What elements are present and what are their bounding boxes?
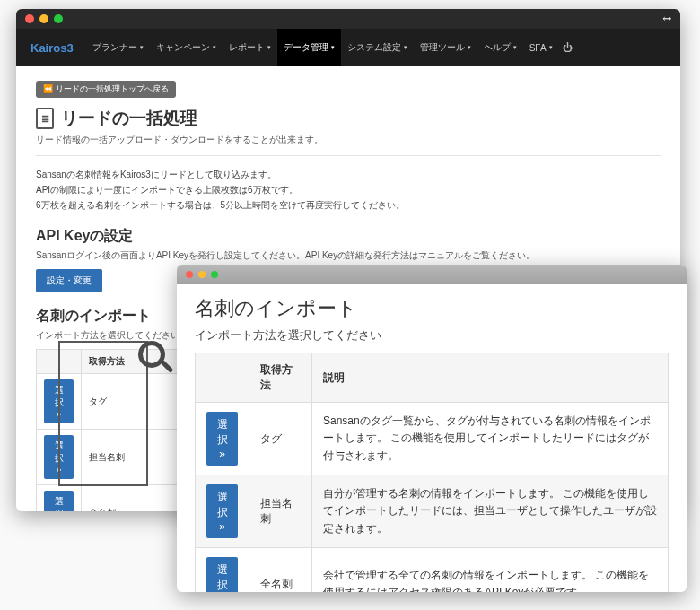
select-button-owned[interactable]: 選択 »	[44, 435, 74, 479]
top-navbar: Kairos3 プランナー▾ キャンペーン▾ レポート▾ データ管理▾ システム…	[16, 29, 680, 66]
window-controls	[25, 14, 63, 23]
nav-help[interactable]: ヘルプ▾	[477, 29, 523, 66]
caret-icon: ▾	[468, 44, 471, 51]
select-button-tag[interactable]: 選択 »	[44, 379, 74, 423]
nav-label: レポート	[229, 41, 265, 54]
nav-label: 管理ツール	[420, 41, 465, 54]
select-button-tag[interactable]: 選択 »	[206, 412, 238, 466]
th-method: 取得方法	[249, 353, 312, 403]
caret-icon: ▾	[549, 44, 553, 51]
caret-icon: ▾	[331, 44, 335, 51]
caret-icon: ▾	[513, 44, 517, 51]
desc-cell: Sansanのタグ一覧から、タグが付与されている名刺の情報をインポートします。 …	[312, 403, 669, 475]
th-blank	[37, 350, 82, 374]
power-icon[interactable]: ⏻	[563, 42, 573, 53]
document-icon: ≣	[36, 108, 54, 129]
back-link[interactable]: ⏪ リードの一括処理トップへ戻る	[36, 81, 176, 98]
zoom-body: 名刺のインポート インポート方法を選択してください 取得方法 説明 選択 » タ…	[177, 284, 687, 592]
nav-label: システム設定	[347, 41, 401, 54]
nav-campaign[interactable]: キャンペーン▾	[150, 29, 223, 66]
caret-icon: ▾	[404, 44, 407, 51]
section-apikey-desc: Sansanログイン後の画面よりAPI Keyを発行し設定してください。API …	[36, 249, 661, 262]
caret-icon: ▾	[213, 44, 216, 51]
titlebar-zoom	[177, 265, 687, 284]
th-blank	[196, 353, 249, 403]
nav-sfa[interactable]: SFA▾	[523, 29, 559, 66]
window-controls-zoom	[186, 271, 218, 278]
nav-report[interactable]: レポート▾	[223, 29, 277, 66]
page-subtitle: リード情報の一括アップロード・ダウンロードをすることが出来ます。	[36, 134, 661, 146]
maximize-dot[interactable]	[54, 14, 63, 23]
section-apikey-title: API Keyの設定	[36, 227, 661, 246]
minimize-dot[interactable]	[39, 14, 48, 23]
caret-icon: ▾	[140, 44, 144, 51]
page-title-row: ≣ リードの一括処理	[36, 107, 661, 130]
desc-line-1: Sansanの名刺情報をKairos3にリードとして取り込みます。	[36, 167, 661, 182]
nav-label: ヘルプ	[484, 41, 511, 54]
desc-line-2: APIの制限により一度にインポートできる上限枚数は6万枚です。	[36, 182, 661, 197]
desc-line-3: 6万枚を超える名刺をインポートする場合は、5分以上時間を空けて再度実行してくださ…	[36, 197, 661, 213]
apikey-configure-button[interactable]: 設定・変更	[36, 269, 102, 292]
page-title: リードの一括処理	[61, 107, 197, 130]
nav-label: キャンペーン	[156, 41, 210, 54]
close-dot[interactable]	[25, 14, 34, 23]
brand-logo[interactable]: Kairos3	[31, 41, 74, 55]
nav-planner[interactable]: プランナー▾	[86, 29, 150, 66]
maximize-dot[interactable]	[211, 271, 218, 278]
nav-data-management[interactable]: データ管理▾	[277, 29, 341, 66]
table-header-row: 取得方法 説明	[196, 353, 669, 403]
nav-label: プランナー	[92, 41, 137, 54]
desc-cell: 自分が管理する名刺の情報をインポートします。 この機能を使用してインポートしたリ…	[312, 475, 669, 548]
zoom-subtitle: インポート方法を選択してください	[195, 327, 669, 344]
table-row: 選択 » タグ Sansanのタグ一覧から、タグが付与されている名刺の情報をイン…	[196, 403, 669, 475]
expand-icon[interactable]: ⤢	[660, 12, 675, 27]
desc-cell: 会社で管理する全ての名刺の情報をインポートします。 この機能を使用するにはアクセ…	[312, 548, 669, 593]
zoom-window: 名刺のインポート インポート方法を選択してください 取得方法 説明 選択 » タ…	[177, 265, 687, 592]
divider	[36, 155, 661, 156]
method-cell: 担当名刺	[249, 475, 312, 548]
nav-label: データ管理	[284, 41, 328, 54]
select-button-all[interactable]: 選択 »	[206, 557, 238, 592]
titlebar-main: ⤢	[16, 9, 680, 29]
nav-label: SFA	[529, 43, 547, 53]
select-button-all[interactable]: 選択 »	[44, 491, 74, 511]
table-row: 選択 » 担当名刺 自分が管理する名刺の情報をインポートします。 この機能を使用…	[196, 475, 669, 548]
th-desc: 説明	[312, 353, 669, 403]
minimize-dot[interactable]	[198, 271, 206, 278]
close-dot[interactable]	[186, 271, 193, 278]
nav-admin-tools[interactable]: 管理ツール▾	[414, 29, 477, 66]
method-cell: タグ	[249, 403, 312, 475]
select-button-owned[interactable]: 選択 »	[206, 484, 238, 538]
table-row: 選択 » 全名刺 会社で管理する全ての名刺の情報をインポートします。 この機能を…	[196, 548, 669, 593]
import-table-zoom: 取得方法 説明 選択 » タグ Sansanのタグ一覧から、タグが付与されている…	[195, 353, 669, 592]
nav-system-settings[interactable]: システム設定▾	[341, 29, 414, 66]
caret-icon: ▾	[267, 44, 271, 51]
zoom-title: 名刺のインポート	[195, 295, 669, 322]
method-cell: 全名刺	[249, 548, 312, 593]
